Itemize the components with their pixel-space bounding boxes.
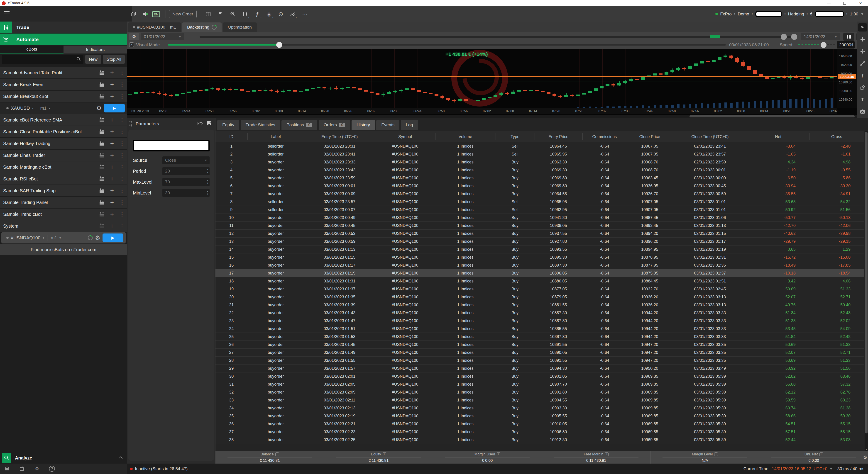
panel-drag-handle[interactable]	[129, 121, 132, 127]
table-row[interactable]: 32buyorder03/01/2023 02:09#USNDAQ1001 In…	[215, 388, 864, 396]
backtest-settings-button[interactable]: ⚙	[129, 33, 139, 40]
speed-slider[interactable]	[798, 44, 835, 45]
table-row[interactable]: 35buyorder03/01/2023 02:19#USNDAQ1001 In…	[215, 412, 864, 420]
parameter-stepper[interactable]: 30▲▼	[162, 189, 210, 197]
chart-plot-area[interactable]: +1 430.81 € (+14%)	[127, 49, 837, 108]
stop-all-button[interactable]: Stop All	[103, 55, 125, 64]
timezone-selector[interactable]: UTC+0	[813, 466, 828, 471]
chart-type-candles-icon[interactable]: ▾	[240, 9, 249, 19]
add-instance-icon[interactable]: +	[110, 211, 114, 217]
tab-history[interactable]: History	[351, 120, 375, 130]
cbot-list-item[interactable]: Sample Close Profitable Positions cBot +…	[0, 126, 127, 137]
parameter-stepper[interactable]: 20▲▼	[162, 167, 210, 175]
backtest-icon[interactable]	[99, 129, 105, 135]
tab-symbol-chart[interactable]: #USNDAQ100 m1	[128, 23, 181, 32]
column-header[interactable]: Symbol	[375, 134, 435, 139]
backtest-icon[interactable]	[99, 152, 105, 158]
pointer-tool-icon[interactable]	[858, 23, 867, 32]
column-header[interactable]: Close Price	[627, 134, 673, 139]
instance-settings-icon[interactable]: ⚙	[95, 234, 100, 242]
cbot-list-item[interactable]: Sample Breakout cBot + ⋮	[0, 91, 127, 102]
load-parameters-icon[interactable]	[197, 121, 203, 127]
cbot-menu-icon[interactable]: ⋮	[119, 82, 125, 88]
cbot-list-item[interactable]: Sample Trading Panel + ⋮	[0, 197, 127, 208]
tab-cbots[interactable]: cBots	[0, 45, 63, 54]
language-badge[interactable]: EN	[152, 9, 161, 19]
info-icon[interactable]: i	[275, 452, 279, 456]
chart-horizontal-scrollbar[interactable]	[127, 115, 857, 118]
table-row[interactable]: 28buyorder03/01/2023 01:55#USNDAQ1001 In…	[215, 356, 864, 365]
parameter-select[interactable]: Close▼	[162, 156, 210, 164]
table-row[interactable]: 26buyorder03/01/2023 01:45#USNDAQ1001 In…	[215, 341, 864, 349]
cbot-list-item[interactable]: Sample Break Even + ⋮	[0, 79, 127, 90]
add-instance-icon[interactable]: +	[110, 129, 114, 135]
wallet-icon[interactable]	[19, 465, 25, 472]
table-row[interactable]: 21buyorder03/01/2023 01:39#USNDAQ1001 In…	[215, 301, 864, 309]
backtest-icon[interactable]	[99, 117, 105, 123]
playback-progress-slider[interactable]	[168, 44, 726, 45]
backtest-icon[interactable]	[99, 187, 105, 194]
sidebar-item-analyze[interactable]: Analyze	[0, 452, 127, 464]
instance-timeframe-select[interactable]: m1	[40, 106, 46, 111]
backtest-icon[interactable]	[99, 140, 105, 147]
backtest-icon[interactable]	[99, 199, 105, 206]
sound-icon[interactable]	[141, 9, 150, 19]
column-header[interactable]: Commissions	[583, 134, 627, 139]
sidebar-item-trade[interactable]: Trade	[0, 22, 127, 33]
column-header[interactable]: Close Time (UTC+0)	[673, 134, 747, 139]
account-selector[interactable]: FxPro• Demo• • Hedging• € • 1:30 ▼	[715, 6, 864, 22]
range-end-handle[interactable]	[791, 34, 797, 40]
minimize-button[interactable]	[826, 1, 832, 5]
table-row[interactable]: 37buyorder03/01/2023 02:23#USNDAQ1001 In…	[215, 428, 864, 436]
deposit-icon[interactable]	[4, 465, 10, 472]
indicators-icon[interactable]: ƒ ▾	[253, 9, 262, 19]
end-date-select[interactable]: 14/01/2023▼	[801, 33, 840, 40]
playback-progress-handle[interactable]	[276, 42, 282, 48]
add-instance-icon[interactable]: +	[110, 187, 114, 194]
chart-settings-icon[interactable]: ▾	[288, 9, 297, 19]
column-header[interactable]: Entry Price	[535, 134, 583, 139]
info-icon[interactable]: i	[714, 452, 718, 456]
backtest-chart[interactable]: +1 430.81 € (+14%) 10993.45 11040.001102…	[127, 49, 857, 118]
instance-settings-icon[interactable]: ⚙	[96, 105, 102, 112]
column-header[interactable]: Type	[496, 134, 535, 139]
table-row[interactable]: 29buyorder03/01/2023 01:57#USNDAQ1001 In…	[215, 365, 864, 373]
zoom-icon[interactable]	[228, 9, 237, 19]
info-icon[interactable]: i	[383, 452, 386, 456]
table-row[interactable]: 4buyorder02/01/2023 23:43#USNDAQ1001 Ind…	[215, 166, 864, 174]
cbot-list-item[interactable]: Sample Hotkey Trading + ⋮	[0, 138, 127, 149]
add-instance-icon[interactable]: +	[110, 70, 114, 76]
new-cbot-button[interactable]: New	[85, 55, 101, 64]
column-header[interactable]: Net	[747, 134, 809, 139]
table-row[interactable]: 5buyorder02/01/2023 23:59#USNDAQ1001 Ind…	[215, 174, 864, 182]
add-instance-icon[interactable]: +	[110, 223, 114, 229]
table-row[interactable]: 38buyorder03/01/2023 02:25#USNDAQ1001 In…	[215, 436, 864, 444]
instance-play-button[interactable]: ▶	[104, 104, 125, 113]
add-instance-icon[interactable]: +	[110, 140, 114, 147]
cbot-search-input[interactable]	[2, 55, 84, 64]
table-row[interactable]: 8sellorder02/01/2023 23:57#USNDAQ1001 In…	[215, 198, 864, 206]
table-row[interactable]: 33buyorder03/01/2023 02:11#USNDAQ1001 In…	[215, 396, 864, 404]
date-range-slider[interactable]	[199, 36, 794, 38]
instance-symbol-select[interactable]: XAUUSD	[11, 106, 30, 111]
cbot-menu-icon[interactable]: ⋮	[119, 140, 125, 147]
tab-optimization[interactable]: Optimization	[223, 23, 257, 32]
backtest-icon[interactable]	[99, 211, 105, 217]
add-instance-icon[interactable]: +	[110, 152, 114, 158]
table-row[interactable]: 23buyorder03/01/2023 01:47#USNDAQ1001 In…	[215, 317, 864, 325]
table-row[interactable]: 2sellorder02/01/2023 23:41#USNDAQ1001 In…	[215, 150, 864, 158]
add-instance-icon[interactable]: +	[110, 199, 114, 206]
speed-value-input[interactable]: 20000x ▲▼	[837, 41, 855, 49]
price-axis[interactable]: 10993.45 11040.0011020.0011000.0010980.0…	[837, 49, 857, 108]
summary-settings-icon[interactable]: ⚙	[863, 455, 867, 460]
cbot-menu-icon[interactable]: ⋮	[119, 164, 125, 170]
symbol-info-icon[interactable]: ⊙	[276, 9, 285, 19]
table-row[interactable]: 17buyorder03/01/2023 01:19#USNDAQ1001 In…	[215, 269, 864, 277]
tab-equity[interactable]: Equity	[217, 120, 239, 130]
settings-gear-icon[interactable]: ⚙	[34, 465, 40, 472]
add-instance-icon[interactable]: +	[110, 93, 114, 99]
instance-timeframe-select[interactable]: m1	[51, 235, 57, 241]
backtest-icon[interactable]	[99, 82, 105, 88]
tab-events[interactable]: Events	[376, 120, 399, 130]
close-button[interactable]: ×	[858, 1, 864, 5]
